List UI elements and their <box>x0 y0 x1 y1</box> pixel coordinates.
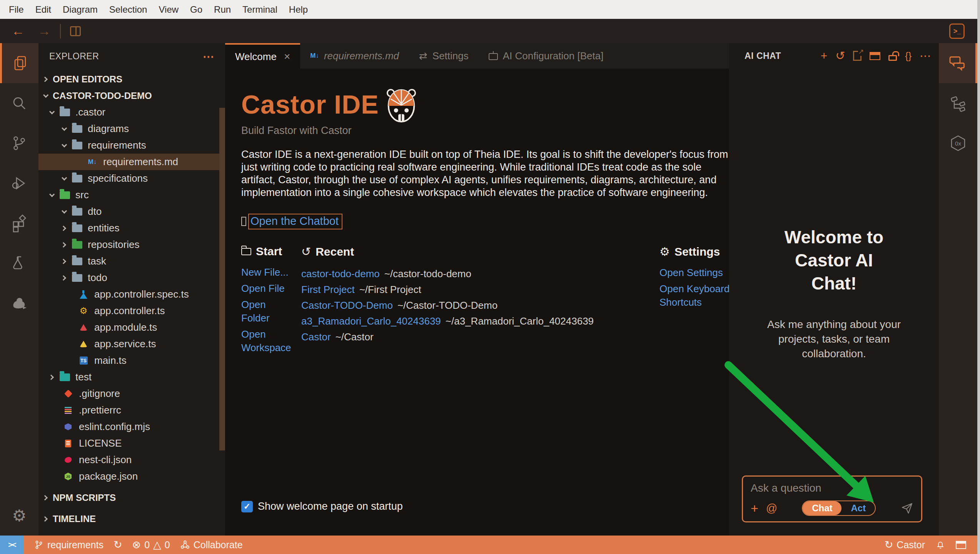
tab-requirements-md[interactable]: M↓requirements.md <box>300 43 409 69</box>
tree-item-gitignore[interactable]: .gitignore <box>38 385 225 402</box>
problems-status[interactable]: ⊗ 0 △ 0 <box>132 539 170 551</box>
mode-chat-button[interactable]: Chat <box>803 501 841 515</box>
nav-forward-icon[interactable]: → <box>38 23 51 38</box>
start-link-open-workspace[interactable]: Open Workspace <box>241 328 291 355</box>
start-link-open-folder[interactable]: Open Folder <box>241 298 291 325</box>
menu-item-run[interactable]: Run <box>208 4 237 15</box>
agent-status[interactable]: ↻ Castor <box>885 539 925 551</box>
menu-item-file[interactable]: File <box>3 4 30 15</box>
tab-welcome[interactable]: Welcome× <box>225 43 300 69</box>
activity-hex[interactable]: 0x <box>939 123 977 163</box>
open-in-editor-icon[interactable] <box>853 51 861 61</box>
collaborate-status[interactable]: Collaborate <box>180 539 243 551</box>
activity-source-control[interactable] <box>0 123 38 163</box>
tree-item-specifications[interactable]: specifications <box>38 170 225 187</box>
remote-indicator[interactable]: >< <box>0 536 24 554</box>
mode-toggle[interactable]: Chat Act <box>802 500 876 516</box>
tree-item-eslint-config-mjs[interactable]: eslint.config.mjs <box>38 418 225 435</box>
activity-extensions[interactable] <box>0 203 38 243</box>
chat-input-box[interactable]: Ask a question + @ Chat Act <box>742 475 922 522</box>
tree-item-src[interactable]: src <box>38 187 225 203</box>
sidebar-scrollbar[interactable] <box>219 108 225 450</box>
activity-castor[interactable] <box>0 283 38 323</box>
start-link-new-file[interactable]: New File... <box>241 266 291 279</box>
close-icon[interactable]: × <box>284 50 290 63</box>
tab-ai-configuration-beta[interactable]: AI Configuration [Beta] <box>479 43 614 69</box>
recent-item-castor[interactable]: Castor~/Castor <box>301 329 659 345</box>
tree-item-license[interactable]: LICENSE <box>38 435 225 452</box>
menu-item-diagram[interactable]: Diagram <box>57 4 104 15</box>
history-icon[interactable]: ↺ <box>835 50 845 62</box>
tree-item-requirements-md[interactable]: M↓requirements.md <box>38 154 225 170</box>
attach-icon[interactable]: + <box>751 502 758 514</box>
startup-checkbox[interactable]: ✓ <box>241 501 253 512</box>
chat-input-placeholder[interactable]: Ask a question <box>751 482 913 494</box>
more-icon[interactable]: ⋯ <box>920 50 931 62</box>
activity-settings[interactable]: ⚙ <box>0 495 38 536</box>
tree-item-castor[interactable]: .castor <box>38 104 225 121</box>
ai-chat-welcome: Welcome to Castor AI Chat! Ask me anythi… <box>759 226 909 361</box>
menu-item-go[interactable]: Go <box>184 4 208 15</box>
activity-search[interactable] <box>0 83 38 123</box>
activity-ai-chat[interactable] <box>939 43 977 83</box>
send-button[interactable] <box>900 502 913 515</box>
recent-item-first-project[interactable]: First Project~/First Project <box>301 282 659 298</box>
tree-item-nest-cli-json[interactable]: nest-cli.json <box>38 452 225 468</box>
recent-item-castor-todo-demo[interactable]: castor-todo-demo~/castor-todo-demo <box>301 266 659 282</box>
recent-column: ↺ Recent castor-todo-demo~/castor-todo-d… <box>291 245 659 357</box>
menu-item-edit[interactable]: Edit <box>30 4 57 15</box>
settings-link-open-keyboard-shortcuts[interactable]: Open Keyboard Shortcuts <box>659 282 731 309</box>
tree-item-open-editors[interactable]: OPEN EDITORS <box>38 71 225 87</box>
panel-layout-icon[interactable] <box>956 541 966 549</box>
tree-item-label: main.ts <box>94 355 127 367</box>
nav-back-icon[interactable]: ← <box>12 23 25 38</box>
tree-item-app-controller-spec-ts[interactable]: app.controller.spec.ts <box>38 286 225 303</box>
new-chat-icon[interactable]: + <box>821 50 828 62</box>
tree-item-app-module-ts[interactable]: app.module.ts <box>38 319 225 336</box>
branch-status[interactable]: requirements <box>34 539 104 551</box>
menu-item-terminal[interactable]: Terminal <box>237 4 283 15</box>
activity-run-debug[interactable] <box>0 163 38 203</box>
start-link-open-file[interactable]: Open File <box>241 282 291 295</box>
tree-item-diagrams[interactable]: diagrams <box>38 121 225 137</box>
mode-act-button[interactable]: Act <box>841 503 875 514</box>
tree-item-prettierrc[interactable]: .prettierrc <box>38 402 225 418</box>
terminal-icon[interactable]: >_ <box>949 23 965 39</box>
settings-link-open-settings[interactable]: Open Settings <box>659 266 731 280</box>
layout-icon[interactable] <box>870 52 880 60</box>
tree-item-package-json[interactable]: JSpackage.json <box>38 468 225 485</box>
tree-item-test[interactable]: test <box>38 369 225 385</box>
activity-test[interactable] <box>0 243 38 283</box>
tree-item-repositories[interactable]: repositories <box>38 236 225 253</box>
braces-icon[interactable]: {} <box>905 50 912 62</box>
tree-item-task[interactable]: task <box>38 253 225 269</box>
bell-icon[interactable] <box>935 539 946 550</box>
explorer-more-icon[interactable]: ⋯ <box>203 50 214 63</box>
tree-item-dto[interactable]: dto <box>38 203 225 220</box>
tree-item-todo[interactable]: todo <box>38 269 225 286</box>
menu-item-view[interactable]: View <box>153 4 184 15</box>
sync-status[interactable]: ↻ <box>114 539 122 551</box>
tree-item-label: app.module.ts <box>94 321 157 333</box>
recent-item-castor-todo-demo[interactable]: Castor-TODO-Demo~/Castor-TODO-Demo <box>301 298 659 313</box>
unlock-icon[interactable] <box>888 55 897 61</box>
open-chatbot-link[interactable]: Open the Chatbot <box>248 214 342 229</box>
split-editor-icon[interactable] <box>70 26 81 36</box>
activity-diagram[interactable] <box>939 83 977 123</box>
menu-item-help[interactable]: Help <box>283 4 314 15</box>
tab-settings[interactable]: ⇄Settings <box>409 43 479 69</box>
recent-item-a3-ramadori-carlo-40243639[interactable]: a3_Ramadori_Carlo_40243639~/a3_Ramadori_… <box>301 313 659 329</box>
tree-item-entities[interactable]: entities <box>38 220 225 236</box>
tree-item-npm-scripts[interactable]: NPM SCRIPTS <box>38 489 225 506</box>
mention-icon[interactable]: @ <box>766 502 777 515</box>
tree-item-app-controller-ts[interactable]: ⚙app.controller.ts <box>38 303 225 319</box>
activity-explorer[interactable] <box>0 43 38 83</box>
tree-item-requirements[interactable]: requirements <box>38 137 225 154</box>
menu-item-selection[interactable]: Selection <box>104 4 153 15</box>
tree-item-main-ts[interactable]: TSmain.ts <box>38 352 225 369</box>
tree-item-label: package.json <box>79 470 138 482</box>
tree-item-app-service-ts[interactable]: app.service.ts <box>38 336 225 352</box>
tree-item-timeline[interactable]: TIMELINE <box>38 510 225 527</box>
tree-item-castor-todo-demo[interactable]: CASTOR-TODO-DEMO <box>38 87 225 104</box>
chat-input-toolbar: + @ Chat Act <box>751 500 913 516</box>
